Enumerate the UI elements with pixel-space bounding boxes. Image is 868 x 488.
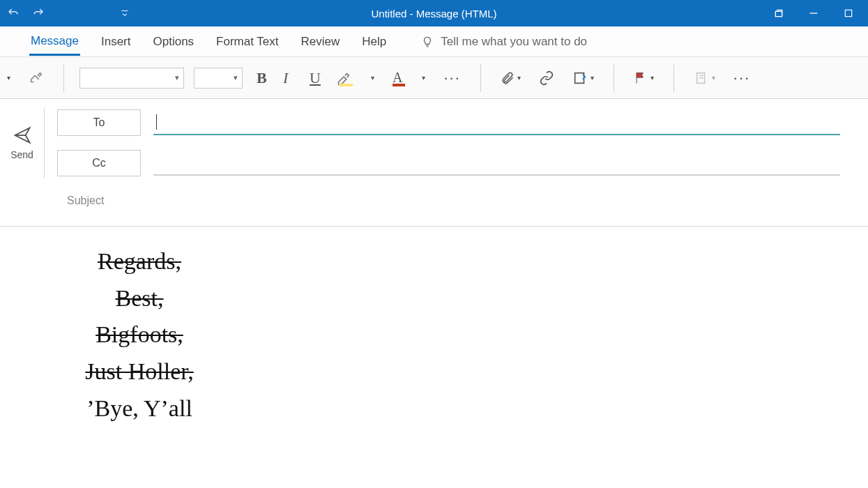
tab-options[interactable]: Options <box>152 29 196 54</box>
tell-me-placeholder: Tell me what you want to do <box>441 35 587 49</box>
ribbon-commands: ▾ ▾ ▾ B I U ▾ A ▾ ··· ▾ ▾ ▾ ▾ ··· <box>0 57 868 99</box>
subject-field[interactable] <box>153 190 840 211</box>
signature-block: Regards, Best, Bigfoots, Just Holler, ’B… <box>49 243 230 427</box>
link-button[interactable] <box>535 68 558 89</box>
to-button[interactable]: To <box>57 109 141 136</box>
separator <box>614 64 614 92</box>
separator <box>673 64 674 92</box>
signature-line-struck: Bigfoots, <box>49 317 230 353</box>
assign-policy-button[interactable]: ▾ <box>690 68 719 89</box>
minimize-icon[interactable] <box>807 6 821 20</box>
signature-button[interactable]: ▾ <box>568 68 598 89</box>
signature-line-struck: Just Holler, <box>49 353 230 390</box>
undo-icon[interactable] <box>7 7 20 20</box>
qat-overflow-icon[interactable] <box>120 8 130 18</box>
tell-me-search[interactable]: Tell me what you want to do <box>421 35 587 49</box>
text-caret <box>156 114 157 130</box>
ribbon-overflow[interactable]: ··· <box>729 69 754 87</box>
tab-insert[interactable]: Insert <box>100 29 132 54</box>
highlight-button[interactable]: ▾ <box>332 67 379 89</box>
italic-button[interactable]: I <box>279 66 296 90</box>
paste-dropdown[interactable]: ▾ <box>3 71 15 84</box>
cc-button[interactable]: Cc <box>57 150 141 176</box>
signature-line-struck: Best, <box>49 280 230 317</box>
svg-rect-1 <box>775 11 782 16</box>
font-color-button[interactable]: A ▾ <box>388 67 429 89</box>
send-button[interactable]: Send <box>0 107 45 178</box>
message-body[interactable]: Regards, Best, Bigfoots, Just Holler, ’B… <box>0 227 868 427</box>
underline-button[interactable]: U <box>305 66 322 90</box>
subject-label: Subject <box>57 195 141 207</box>
cc-field[interactable] <box>153 151 840 176</box>
follow-up-flag-button[interactable]: ▾ <box>630 68 658 88</box>
tab-review[interactable]: Review <box>300 29 342 54</box>
signature-line-final: ’Bye, Y’all <box>49 390 230 427</box>
compose-header: Send To Cc Subject <box>0 99 868 227</box>
restore-up-icon[interactable] <box>772 6 786 20</box>
signature-line-struck: Regards, <box>49 243 230 280</box>
svg-rect-3 <box>845 10 851 16</box>
font-family-combo[interactable]: ▾ <box>79 68 184 89</box>
format-painter-icon[interactable] <box>24 68 48 89</box>
tab-format-text[interactable]: Format Text <box>215 29 280 54</box>
quick-access-toolbar <box>0 7 130 20</box>
to-field[interactable] <box>153 110 840 135</box>
separator <box>480 64 481 92</box>
tab-help[interactable]: Help <box>360 29 388 54</box>
bold-button[interactable]: B <box>252 66 269 90</box>
attach-file-button[interactable]: ▾ <box>496 68 525 89</box>
send-icon <box>13 125 32 145</box>
title-bar: Untitled - Message (HTML) <box>0 0 868 26</box>
font-size-combo[interactable]: ▾ <box>194 68 243 89</box>
format-overflow[interactable]: ··· <box>439 69 464 87</box>
ribbon-tabs: Message Insert Options Format Text Revie… <box>0 26 868 57</box>
window-title: Untitled - Message (HTML) <box>371 8 496 20</box>
tab-message[interactable]: Message <box>29 29 80 56</box>
separator <box>63 64 64 92</box>
redo-icon[interactable] <box>32 7 45 20</box>
send-label: Send <box>10 149 33 160</box>
window-controls <box>772 6 868 20</box>
lightbulb-icon <box>421 36 434 48</box>
maximize-icon[interactable] <box>842 6 855 20</box>
